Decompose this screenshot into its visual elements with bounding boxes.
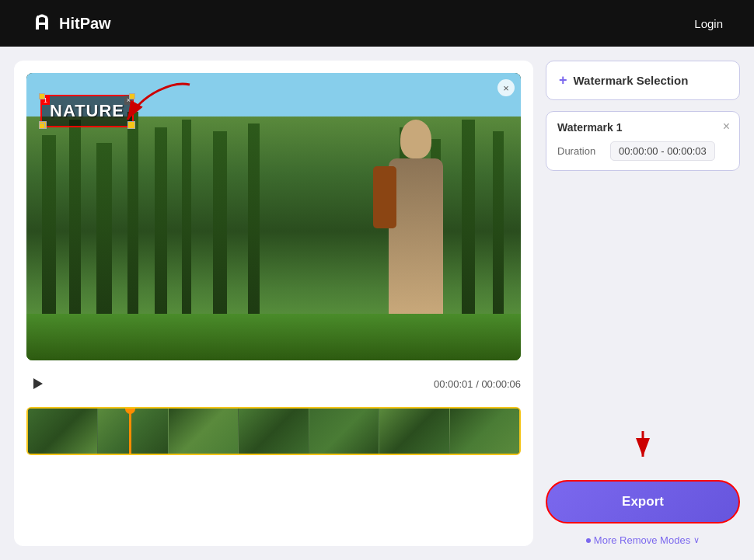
more-modes-label: More Remove Modes <box>594 534 690 546</box>
right-arrow <box>612 427 674 466</box>
watermark-selection-label: Watermark Selection <box>574 74 689 87</box>
plus-icon: + <box>559 72 567 89</box>
red-arrow <box>112 77 205 139</box>
timeline-frame <box>28 409 98 454</box>
time-display: 00:00:01 / 00:00:06 <box>434 378 521 390</box>
watermark-selection-button[interactable]: + Watermark Selection <box>546 61 740 100</box>
duration-value: 00:00:00 - 00:00:03 <box>610 141 715 161</box>
export-button[interactable]: Export <box>546 480 740 523</box>
watermark-card: × Watermark 1 Duration 00:00:00 - 00:00:… <box>546 111 740 171</box>
chevron-down-icon: ∨ <box>693 535 700 545</box>
resize-handle-bl[interactable] <box>39 123 45 129</box>
video-container: 1 × NATURE <box>26 73 521 360</box>
timeline-frame <box>450 409 519 454</box>
logo-icon <box>31 12 53 34</box>
export-arrow-area <box>546 427 740 469</box>
play-button[interactable] <box>26 373 48 395</box>
watermark-card-title: Watermark 1 <box>557 121 728 134</box>
timeline[interactable] <box>26 407 521 455</box>
left-panel: 1 × NATURE <box>14 61 533 546</box>
timeline-frame <box>309 409 379 454</box>
video-close-button[interactable]: × <box>497 79 515 96</box>
dot-icon <box>586 538 591 543</box>
timeline-frame <box>379 409 449 454</box>
svg-marker-1 <box>33 378 43 389</box>
main-layout: 1 × NATURE <box>0 47 754 560</box>
timeline-frame <box>169 409 239 454</box>
right-panel: + Watermark Selection × Watermark 1 Dura… <box>546 61 740 546</box>
duration-label: Duration <box>557 145 604 157</box>
watermark-card-duration-row: Duration 00:00:00 - 00:00:03 <box>557 141 728 161</box>
app-header: HitPaw Login <box>0 0 754 47</box>
logo-text: HitPaw <box>59 15 111 33</box>
play-icon <box>31 377 44 390</box>
timeline-playhead[interactable] <box>129 409 131 454</box>
logo: HitPaw <box>31 12 111 34</box>
resize-handle-tl[interactable] <box>39 93 45 99</box>
more-modes-button[interactable]: More Remove Modes ∨ <box>546 534 740 546</box>
timeline-frame <box>239 409 309 454</box>
controls-bar: 00:00:01 / 00:00:06 <box>26 370 521 398</box>
timeline-strip <box>28 409 519 454</box>
login-button[interactable]: Login <box>694 17 723 30</box>
spacer <box>546 182 740 416</box>
watermark-card-close-button[interactable]: × <box>723 120 730 134</box>
timeline-frame <box>98 409 168 454</box>
